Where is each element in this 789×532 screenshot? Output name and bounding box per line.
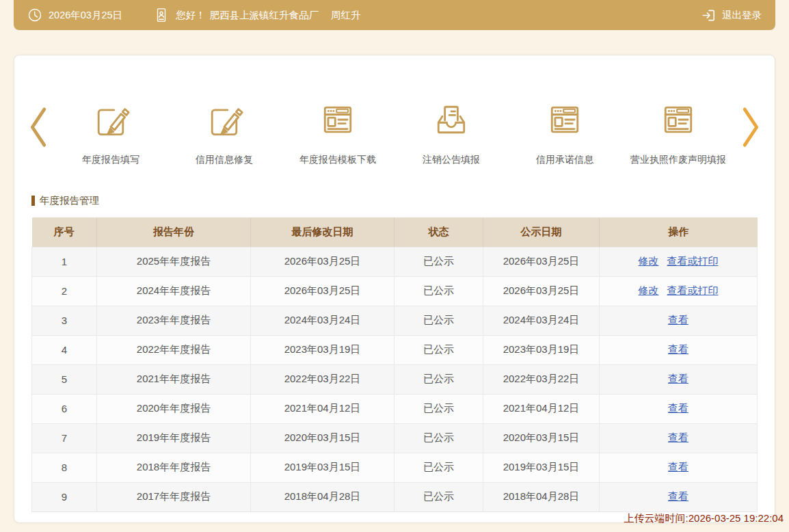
- cell-status: 已公示: [394, 453, 483, 482]
- cell-actions: 查看: [600, 394, 758, 423]
- carousel-item-cancellation-notice-filing[interactable]: 注销公告填报: [394, 99, 508, 166]
- table-header-row: 序号报告年份最后修改日期状态公示日期操作: [32, 217, 758, 247]
- table-row: 42022年年度报告2023年03月19日已公示2023年03月19日查看: [32, 335, 758, 364]
- cell-report-year: 2022年年度报告: [97, 335, 251, 364]
- logout-label: 退出登录: [722, 9, 762, 22]
- main-panel: 年度报告填写 信用信息修复 年度报告模板下载 注销公告填报: [14, 55, 775, 523]
- cell-publish-date: 2022年03月22日: [483, 364, 600, 394]
- clock-icon: [27, 8, 42, 23]
- view-link[interactable]: 查看: [668, 314, 688, 325]
- cell-actions: 查看: [600, 335, 758, 364]
- cell-last-modified: 2021年04月12日: [251, 394, 394, 423]
- function-carousel: 年度报告填写 信用信息修复 年度报告模板下载 注销公告填报: [14, 99, 775, 174]
- carousel-item-annual-report-template-download[interactable]: 年度报告模板下载: [281, 99, 394, 166]
- cell-report-year: 2019年年度报告: [97, 423, 251, 453]
- chevron-left-icon: [27, 106, 51, 151]
- cell-actions: 查看: [600, 453, 758, 482]
- cell-index: 4: [32, 335, 97, 364]
- current-date: 2026年03月25日: [49, 9, 122, 22]
- cell-last-modified: 2019年03月15日: [251, 453, 394, 482]
- table-row: 62020年年度报告2021年04月12日已公示2021年04月12日查看: [32, 394, 758, 423]
- table-row: 52021年年度报告2022年03月22日已公示2022年03月22日查看: [32, 364, 758, 394]
- logout-button[interactable]: 退出登录: [701, 8, 762, 23]
- cell-publish-date: 2020年03月15日: [483, 423, 600, 453]
- webpage-icon: [658, 131, 699, 142]
- carousel-prev-button[interactable]: [24, 106, 54, 151]
- column-header: 报告年份: [97, 217, 251, 247]
- carousel-item-credit-commitment-info[interactable]: 信用承诺信息: [508, 99, 621, 166]
- table-row: 92017年年度报告2018年04月28日已公示2018年04月28日查看: [32, 482, 758, 511]
- carousel-item-business-license-void-statement[interactable]: 营业执照作废声明填报: [621, 99, 735, 166]
- cell-last-modified: 2018年04月28日: [251, 482, 394, 511]
- cell-publish-date: 2021年04月12日: [483, 394, 600, 423]
- edit-link[interactable]: 修改: [639, 284, 659, 296]
- id-card-icon: [154, 7, 169, 23]
- cell-publish-date: 2019年03月15日: [483, 453, 600, 482]
- cell-status: 已公示: [394, 423, 483, 453]
- cell-actions: 查看: [600, 482, 758, 511]
- cell-publish-date: 2026年03月25日: [483, 276, 600, 306]
- view-or-print-link[interactable]: 查看或打印: [667, 284, 719, 296]
- cell-index: 6: [32, 394, 97, 423]
- edit-link[interactable]: 修改: [639, 255, 659, 267]
- table-row: 22024年年度报告2026年03月25日已公示2026年03月25日修改查看或…: [32, 276, 758, 306]
- cell-report-year: 2021年年度报告: [97, 364, 251, 394]
- table-row: 32023年年度报告2024年03月24日已公示2024年03月24日查看: [32, 306, 758, 335]
- upload-time-text: 上传云端时间:2026-03-25 19:22:04: [624, 512, 784, 525]
- cell-publish-date: 2018年04月28日: [483, 482, 600, 511]
- cell-index: 1: [32, 247, 97, 276]
- view-link[interactable]: 查看: [668, 490, 688, 502]
- cell-last-modified: 2022年03月22日: [251, 364, 394, 394]
- table-body: 12025年年度报告2026年03月25日已公示2026年03月25日修改查看或…: [32, 247, 758, 511]
- section-title-text: 年度报告管理: [40, 194, 99, 207]
- chevron-right-icon: [738, 106, 762, 151]
- inbox-document-icon: [431, 131, 472, 142]
- column-header: 操作: [600, 217, 758, 247]
- cell-status: 已公示: [394, 394, 483, 423]
- column-header: 状态: [394, 217, 483, 247]
- carousel-item-credit-info-repair[interactable]: 信用信息修复: [168, 99, 281, 166]
- section-title: 年度报告管理: [31, 194, 99, 207]
- cell-report-year: 2023年年度报告: [97, 306, 251, 335]
- annual-report-table: 序号报告年份最后修改日期状态公示日期操作 12025年年度报告2026年03月2…: [31, 217, 758, 512]
- cell-status: 已公示: [394, 276, 483, 306]
- view-link[interactable]: 查看: [668, 402, 688, 414]
- cell-index: 9: [32, 482, 97, 511]
- annual-report-table-wrap: 序号报告年份最后修改日期状态公示日期操作 12025年年度报告2026年03月2…: [31, 217, 758, 512]
- cell-last-modified: 2026年03月25日: [251, 247, 394, 276]
- carousel-item-label: 营业执照作废声明填报: [621, 154, 735, 166]
- title-bullet-icon: [31, 196, 35, 206]
- view-link[interactable]: 查看: [668, 343, 688, 355]
- cell-status: 已公示: [394, 306, 483, 335]
- cell-publish-date: 2026年03月25日: [483, 247, 600, 276]
- cell-index: 3: [32, 306, 97, 335]
- cell-status: 已公示: [394, 482, 483, 511]
- cell-status: 已公示: [394, 247, 483, 276]
- cell-actions: 查看: [600, 306, 758, 335]
- carousel-next-button[interactable]: [735, 106, 765, 151]
- carousel-item-label: 年度报告模板下载: [281, 154, 394, 166]
- cell-last-modified: 2026年03月25日: [251, 276, 394, 306]
- table-row: 12025年年度报告2026年03月25日已公示2026年03月25日修改查看或…: [32, 247, 758, 276]
- cell-publish-date: 2023年03月19日: [483, 335, 600, 364]
- cell-index: 2: [32, 276, 97, 306]
- user-group: 您好！ 肥西县上派镇红升食品厂 周红升: [154, 7, 361, 23]
- top-bar: 2026年03月25日 您好！ 肥西县上派镇红升食品厂 周红升 退出登录: [14, 0, 775, 30]
- user-name: 周红升: [331, 9, 361, 22]
- cell-status: 已公示: [394, 364, 483, 394]
- carousel-items: 年度报告填写 信用信息修复 年度报告模板下载 注销公告填报: [54, 99, 735, 166]
- cell-actions: 修改查看或打印: [600, 276, 758, 306]
- view-or-print-link[interactable]: 查看或打印: [667, 255, 719, 267]
- greeting-text: 您好！: [176, 9, 206, 22]
- view-link[interactable]: 查看: [668, 431, 688, 443]
- view-link[interactable]: 查看: [668, 373, 688, 384]
- carousel-item-annual-report-fill[interactable]: 年度报告填写: [54, 99, 168, 166]
- cell-index: 7: [32, 423, 97, 453]
- column-header: 序号: [32, 217, 97, 247]
- cell-report-year: 2020年年度报告: [97, 394, 251, 423]
- column-header: 最后修改日期: [251, 217, 394, 247]
- cell-report-year: 2024年年度报告: [97, 276, 251, 306]
- view-link[interactable]: 查看: [668, 461, 688, 473]
- cell-report-year: 2017年年度报告: [97, 482, 251, 511]
- cell-report-year: 2018年年度报告: [97, 453, 251, 482]
